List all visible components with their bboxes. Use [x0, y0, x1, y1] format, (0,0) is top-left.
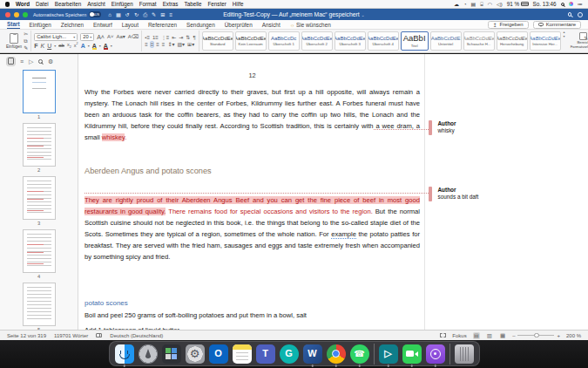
- display-icon[interactable]: ▤: [471, 2, 476, 7]
- style-hervorhebung[interactable]: AaBbCcDdEeHervorhebung: [497, 31, 528, 51]
- bullet-list-icon[interactable]: •≡: [145, 35, 150, 40]
- control-center-icon[interactable]: ≔: [578, 2, 583, 7]
- comments-button[interactable]: Kommentare: [533, 21, 581, 29]
- multilevel-list-icon[interactable]: ⋮≡: [161, 35, 170, 40]
- tab-sendungen[interactable]: Sendungen: [186, 21, 215, 29]
- tab-referenzen[interactable]: Referenzen: [148, 21, 177, 29]
- close-window-button[interactable]: [5, 12, 10, 17]
- page-indicator[interactable]: Seite 12 von 319: [7, 333, 46, 338]
- menu-extras[interactable]: Extras: [163, 1, 179, 7]
- cloud-icon[interactable]: ☁: [454, 2, 459, 7]
- language-indicator[interactable]: Deutsch (Deutschland): [110, 333, 163, 338]
- recipe-line-1[interactable]: Boil and peel 250 grams of soft-boiling …: [84, 310, 420, 321]
- panel-settings-icon[interactable]: ⚙: [48, 58, 53, 65]
- decrease-indent-icon[interactable]: ⇤: [172, 35, 176, 40]
- zoom-slider[interactable]: – +: [512, 333, 560, 338]
- font-color-button[interactable]: A: [104, 43, 108, 49]
- menu-ansicht[interactable]: Ansicht: [87, 1, 105, 7]
- paste-button[interactable]: Einfügen: [4, 33, 24, 49]
- keyboard-icon[interactable]: ⌸: [480, 2, 483, 7]
- feedback-smiley-icon[interactable]: [578, 12, 583, 17]
- text-effects-button[interactable]: A: [81, 43, 85, 49]
- redo-icon[interactable]: ↻: [134, 11, 139, 18]
- dock-item-whatsapp-icon[interactable]: ☎: [350, 344, 369, 364]
- style-überschrift-4[interactable]: AaBbCcDdEeÜberschrift 4: [368, 31, 399, 51]
- menubar-clock[interactable]: So. 13:46: [533, 1, 557, 7]
- focus-icon[interactable]: [440, 333, 446, 338]
- style-titel[interactable]: AaBbITitel: [401, 31, 429, 51]
- pilcrow-icon[interactable]: ¶: [193, 35, 195, 40]
- dock-item-outlook-icon[interactable]: O: [209, 344, 228, 364]
- dock-item-settings-icon[interactable]: ⚙: [186, 344, 205, 364]
- table-icon[interactable]: ⊞: [160, 11, 165, 18]
- zoom-out-icon[interactable]: –: [512, 333, 515, 338]
- dock-item-appgrid-icon[interactable]: [162, 344, 181, 364]
- dock-item-goto-icon[interactable]: G: [280, 344, 299, 364]
- highlight-color-button[interactable]: A: [92, 43, 97, 49]
- comment-whisky[interactable]: Author whisky: [429, 120, 456, 135]
- menu-format[interactable]: Format: [139, 1, 157, 7]
- line-spacing-icon[interactable]: ⇕▾: [167, 42, 174, 47]
- outline-view-icon[interactable]: ≡: [20, 58, 24, 65]
- subscript-button[interactable]: x2: [67, 43, 71, 50]
- align-right-icon[interactable]: ≡: [156, 42, 159, 47]
- bold-button[interactable]: F: [34, 43, 37, 49]
- justify-icon[interactable]: ≡: [162, 42, 166, 47]
- word-count[interactable]: 119701 Wörter: [54, 333, 88, 338]
- tab-layout[interactable]: Layout: [122, 21, 139, 29]
- sort-icon[interactable]: ⇅: [186, 35, 190, 40]
- print-layout-view-icon[interactable]: ▤: [473, 332, 480, 339]
- clock-icon[interactable]: ◔: [463, 2, 467, 7]
- dock-item-screenplay-icon[interactable]: ▷: [379, 344, 398, 364]
- shrink-font-icon[interactable]: A˅: [107, 34, 114, 39]
- dock-item-notes-icon[interactable]: [233, 344, 252, 364]
- web-layout-view-icon[interactable]: ▥: [486, 332, 493, 339]
- style-schwache-h[interactable]: AaBbCcDdEeSchwache H...: [463, 31, 495, 51]
- heading-aberdeen-angus[interactable]: Aberdeen Angus and potato scones: [84, 167, 420, 175]
- page-thumbnail-2[interactable]: 2: [23, 123, 56, 173]
- format-painter-icon[interactable]: ✎: [24, 45, 28, 51]
- search-icon[interactable]: [568, 12, 572, 17]
- paragraph-forbes[interactable]: Why the Forbes were never carried direct…: [84, 86, 420, 143]
- paragraph-aberdeen[interactable]: They are rightly proud of their Aberdeen…: [84, 194, 420, 262]
- print-icon[interactable]: ⎙: [143, 11, 147, 18]
- font-name-select[interactable]: Calibri Ligh...▾: [34, 33, 78, 41]
- font-size-select[interactable]: 20▾: [80, 33, 94, 41]
- tab-sie-wünschen[interactable]: ☼ Sie wünschen: [290, 21, 331, 29]
- menu-bearbeiten[interactable]: Bearbeiten: [55, 1, 81, 7]
- style-überschrift-3[interactable]: AaBbCcDdEeÜberschrift 3: [335, 31, 366, 51]
- page-thumbnail-4[interactable]: 4: [23, 229, 56, 279]
- thumbnails-view-icon[interactable]: [7, 58, 15, 65]
- change-case-icon[interactable]: Aa▾: [116, 34, 125, 39]
- dock-item-finder-icon[interactable]: [115, 344, 134, 364]
- document-text[interactable]: 12 Why the Forbes were never carried dir…: [84, 54, 420, 330]
- volume-icon[interactable]: ◁): [497, 2, 503, 7]
- clear-formatting-icon[interactable]: A⌫: [128, 34, 139, 39]
- format-painter-icon[interactable]: ✎: [152, 11, 156, 18]
- menu-hilfe[interactable]: Hilfe: [233, 1, 244, 7]
- comment-sounds-daft[interactable]: Author sounds a bit daft: [429, 187, 478, 201]
- underline-button[interactable]: U: [47, 43, 51, 49]
- align-center-icon[interactable]: ≡: [151, 42, 154, 47]
- style-überschrift-2[interactable]: AaBbCcDdEeÜberschrift 2: [301, 31, 333, 51]
- shading-icon[interactable]: ▨▾: [177, 42, 185, 47]
- focus-label[interactable]: Fokus: [452, 333, 466, 338]
- style-standard[interactable]: AaBbCcDdEeStandard: [202, 31, 233, 51]
- dock-item-word-icon[interactable]: W: [303, 344, 322, 364]
- minimize-window-button[interactable]: [14, 12, 19, 17]
- wifi-icon[interactable]: ◠: [488, 2, 492, 7]
- autosave-toggle[interactable]: AUS: [89, 11, 101, 17]
- style-kein-leerraum[interactable]: AaBbCcDdEeKein Leerraum: [235, 31, 267, 51]
- menu-word[interactable]: Word: [16, 1, 30, 7]
- zoom-percent[interactable]: 200 %: [566, 333, 581, 338]
- outline-view-icon[interactable]: ▦: [499, 332, 506, 339]
- home-icon[interactable]: ⌂: [108, 11, 112, 18]
- page-thumbnail-5[interactable]: 5: [23, 283, 56, 330]
- tab-einfügen[interactable]: Einfügen: [30, 21, 51, 29]
- menu-fenster[interactable]: Fenster: [207, 1, 226, 7]
- spotlight-icon[interactable]: [561, 3, 564, 6]
- dock-item-trash-icon[interactable]: [455, 344, 474, 364]
- battery-indicator[interactable]: 91 %: [507, 1, 529, 7]
- italic-button[interactable]: K: [40, 43, 44, 49]
- zoom-in-icon[interactable]: +: [557, 333, 560, 338]
